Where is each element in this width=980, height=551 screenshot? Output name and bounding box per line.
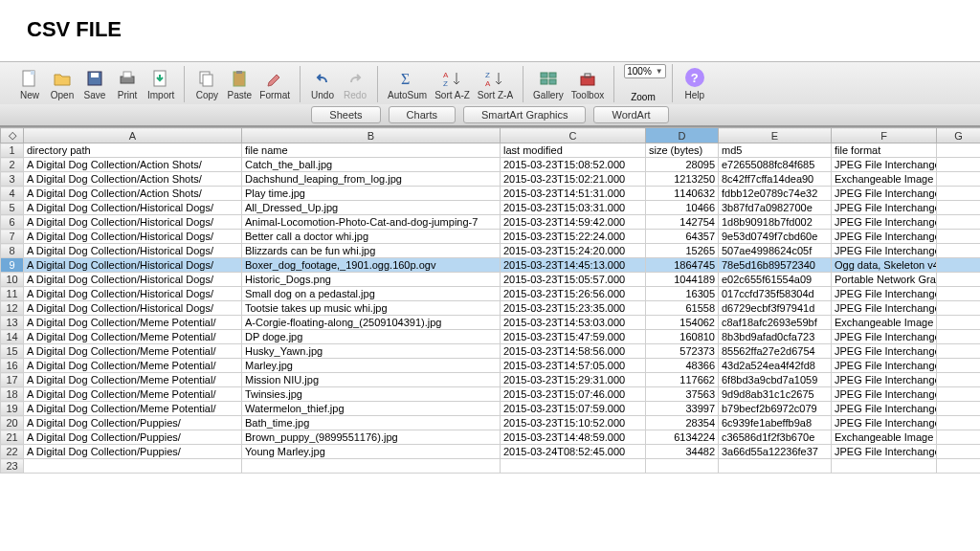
toolbox-button[interactable]: Toolbox — [568, 66, 608, 102]
cell[interactable]: A Digital Dog Collection/Meme Potential/ — [24, 316, 242, 330]
cell[interactable]: 154062 — [646, 316, 719, 330]
cell[interactable]: 2015-03-23T14:45:13.000 — [501, 258, 646, 273]
cell[interactable]: Dachshund_leaping_from_log.jpg — [242, 172, 501, 187]
cell[interactable]: c8af18afc2693e59bf — [719, 316, 832, 330]
cell[interactable]: 48366 — [646, 359, 719, 373]
cell[interactable]: c36586d1f2f3b670e — [719, 430, 832, 445]
cell[interactable]: 6134224 — [646, 430, 719, 445]
cell[interactable]: 61558 — [646, 301, 719, 316]
cell[interactable]: 1213250 — [646, 172, 719, 187]
cell[interactable]: 117662 — [646, 373, 719, 387]
cell[interactable]: 78e5d16b89572340 — [719, 258, 832, 273]
row-header[interactable]: 14 — [1, 330, 24, 344]
cell[interactable]: JPEG File Interchange Format — [832, 344, 937, 359]
row-header[interactable]: 4 — [1, 187, 24, 201]
cell[interactable]: 2015-03-23T15:10:52.000 — [501, 416, 646, 430]
row-header[interactable]: 5 — [1, 201, 24, 215]
row-header[interactable]: 9 — [1, 258, 24, 273]
cell[interactable] — [937, 273, 981, 287]
cell[interactable] — [937, 316, 981, 330]
cell[interactable] — [937, 143, 981, 158]
cell[interactable]: 28354 — [646, 416, 719, 430]
cell[interactable] — [937, 344, 981, 359]
cell[interactable]: Watermelon_thief.jpg — [242, 402, 501, 416]
cell[interactable]: 8c42ff7cffa14dea90 — [719, 172, 832, 187]
cell[interactable]: DP doge.jpg — [242, 330, 501, 344]
cell[interactable]: 9e53d0749f7cbd60e — [719, 230, 832, 244]
cell[interactable]: 15265 — [646, 244, 719, 258]
cell[interactable]: d6729ecbf3f97941d — [719, 301, 832, 316]
tab-sheets[interactable]: Sheets — [311, 106, 380, 123]
cell[interactable]: A Digital Dog Collection/Puppies/ — [24, 445, 242, 459]
sort-za-button[interactable]: ZASort Z-A — [474, 66, 517, 102]
import-button[interactable]: Import — [144, 66, 178, 102]
cell[interactable]: Bath_time.jpg — [242, 416, 501, 430]
cell[interactable]: 572373 — [646, 344, 719, 359]
row-header[interactable]: 12 — [1, 301, 24, 316]
cell[interactable]: 6c939fe1abeffb9a8 — [719, 416, 832, 430]
cell[interactable]: 2015-03-23T14:59:42.000 — [501, 215, 646, 230]
col-header-e[interactable]: E — [719, 128, 832, 143]
table-row[interactable]: 19A Digital Dog Collection/Meme Potentia… — [1, 402, 981, 416]
cell[interactable]: 017ccfd735f58304d — [719, 287, 832, 301]
zoom-input[interactable]: 100%▼ — [624, 64, 666, 78]
cell[interactable]: A Digital Dog Collection/Historical Dogs… — [24, 301, 242, 316]
table-row[interactable]: 14A Digital Dog Collection/Meme Potentia… — [1, 330, 981, 344]
cell[interactable]: 2015-03-23T15:05:57.000 — [501, 273, 646, 287]
cell[interactable]: 2015-03-23T15:24:20.000 — [501, 244, 646, 258]
cell[interactable]: 1d8b90918b7fd002 — [719, 215, 832, 230]
cell[interactable]: 28095 — [646, 158, 719, 172]
cell[interactable] — [937, 445, 981, 459]
table-row[interactable]: 3A Digital Dog Collection/Action Shots/D… — [1, 172, 981, 187]
cell[interactable]: 34482 — [646, 445, 719, 459]
cell[interactable]: Twinsies.jpg — [242, 387, 501, 402]
cell[interactable] — [937, 187, 981, 201]
cell[interactable]: A Digital Dog Collection/Action Shots/ — [24, 187, 242, 201]
cell[interactable]: file name — [242, 143, 501, 158]
cell[interactable]: JPEG File Interchange Format — [832, 445, 937, 459]
cell[interactable]: Brown_puppy_(9899551176).jpg — [242, 430, 501, 445]
row-header[interactable]: 15 — [1, 344, 24, 359]
cell[interactable]: 507ae4998624c05f — [719, 244, 832, 258]
cell[interactable] — [937, 459, 981, 474]
cell[interactable]: A-Corgie-floating-along_(2509104391).jpg — [242, 316, 501, 330]
cell[interactable] — [937, 244, 981, 258]
cell[interactable]: 8b3bd9afad0cfa723 — [719, 330, 832, 344]
spreadsheet-grid[interactable]: ◇ A B C D E F G 1directory pathfile name… — [0, 127, 980, 474]
cell[interactable]: file format — [832, 143, 937, 158]
cell[interactable]: Catch_the_ball.jpg — [242, 158, 501, 172]
cell[interactable] — [937, 330, 981, 344]
cell[interactable]: 33997 — [646, 402, 719, 416]
autosum-button[interactable]: ΣAutoSum — [384, 66, 431, 102]
row-header[interactable]: 22 — [1, 445, 24, 459]
cell[interactable]: 2015-03-23T15:47:59.000 — [501, 330, 646, 344]
cell[interactable]: 142754 — [646, 215, 719, 230]
row-header[interactable]: 1 — [1, 143, 24, 158]
table-row[interactable]: 11A Digital Dog Collection/Historical Do… — [1, 287, 981, 301]
cell[interactable]: A Digital Dog Collection/Meme Potential/ — [24, 387, 242, 402]
cell[interactable] — [937, 287, 981, 301]
cell[interactable] — [937, 258, 981, 273]
cell[interactable]: Exchangeable Image File Format — [832, 172, 937, 187]
cell[interactable]: 1140632 — [646, 187, 719, 201]
row-header[interactable]: 10 — [1, 273, 24, 287]
cell[interactable] — [937, 387, 981, 402]
col-header-b[interactable]: B — [242, 128, 501, 143]
cell[interactable]: Marley.jpg — [242, 359, 501, 373]
cell[interactable]: md5 — [719, 143, 832, 158]
cell[interactable]: e02c655f61554a09 — [719, 273, 832, 287]
table-row[interactable]: 7A Digital Dog Collection/Historical Dog… — [1, 230, 981, 244]
cell[interactable]: Boxer_dog_footage,_1901.ogg.160p.ogv — [242, 258, 501, 273]
tab-wordart[interactable]: WordArt — [593, 106, 668, 123]
cell[interactable]: fdbb12e0789c74e32 — [719, 187, 832, 201]
cell[interactable]: 160810 — [646, 330, 719, 344]
table-row[interactable]: 20A Digital Dog Collection/Puppies/Bath_… — [1, 416, 981, 430]
cell[interactable]: 2015-03-23T14:57:05.000 — [501, 359, 646, 373]
row-header[interactable]: 20 — [1, 416, 24, 430]
row-header[interactable]: 21 — [1, 430, 24, 445]
cell[interactable]: 43d2a524ea4f42fd8 — [719, 359, 832, 373]
cell[interactable]: Better call a doctor whi.jpg — [242, 230, 501, 244]
table-row[interactable]: 4A Digital Dog Collection/Action Shots/P… — [1, 187, 981, 201]
cell[interactable]: 16305 — [646, 287, 719, 301]
cell[interactable]: A Digital Dog Collection/Historical Dogs… — [24, 273, 242, 287]
